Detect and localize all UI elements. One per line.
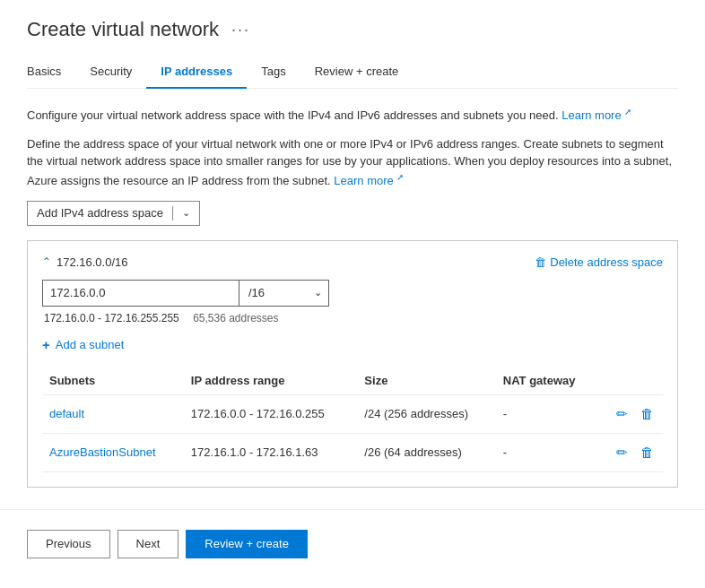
learn-more-link-2[interactable]: Learn more ➚ [334, 174, 404, 187]
subnet-size-1: /26 (64 addresses) [357, 433, 495, 471]
row-1-actions: ✏ 🗑 [605, 443, 656, 463]
tab-ip-addresses[interactable]: IP addresses [146, 57, 247, 89]
delete-subnet-1-button[interactable]: 🗑 [639, 443, 656, 462]
collapse-icon[interactable]: ⌃ [42, 255, 51, 268]
footer-divider [0, 509, 705, 510]
subnet-ip-range-1: 172.16.1.0 - 172.16.1.63 [184, 433, 358, 471]
table-row: default 172.16.0.0 - 172.16.0.255 /24 (2… [42, 394, 663, 433]
page-title: Create virtual network [27, 18, 219, 41]
tab-security[interactable]: Security [75, 57, 146, 89]
next-button[interactable]: Next [118, 530, 179, 558]
edit-subnet-0-button[interactable]: ✏ [614, 404, 630, 424]
previous-button[interactable]: Previous [27, 530, 110, 558]
tab-tags[interactable]: Tags [247, 57, 300, 89]
tab-review-create[interactable]: Review + create [300, 57, 413, 89]
trash-icon: 🗑 [535, 255, 546, 269]
chevron-down-icon: ⌄ [182, 207, 190, 219]
external-link-icon-2: ➚ [396, 172, 404, 182]
col-header-subnets: Subnets [42, 368, 184, 395]
address-input-row: /8/9/10/11 /12/13/14/15 /16/17/18/19/20 … [42, 280, 663, 307]
tabs-navigation: Basics Security IP addresses Tags Review… [27, 57, 678, 89]
subnet-table: Subnets IP address range Size NAT gatewa… [42, 368, 663, 472]
address-space-container: ⌃ 172.16.0.0/16 🗑 Delete address space /… [27, 240, 678, 488]
review-create-button[interactable]: Review + create [186, 530, 308, 558]
add-subnet-button[interactable]: + Add a subnet [42, 337, 124, 352]
address-space-header: ⌃ 172.16.0.0/16 🗑 Delete address space [42, 255, 663, 269]
edit-subnet-1-button[interactable]: ✏ [614, 443, 630, 463]
external-link-icon-1: ➚ [624, 107, 631, 117]
learn-more-link-1[interactable]: Learn more ➚ [561, 108, 631, 122]
subnet-link-default[interactable]: default [49, 407, 84, 420]
subnet-ip-range-0: 172.16.0.0 - 172.16.0.255 [184, 394, 358, 433]
col-header-size: Size [357, 368, 495, 395]
more-options-button[interactable]: ··· [228, 21, 254, 39]
description-line2: Define the address space of your virtual… [27, 135, 678, 190]
button-separator [172, 206, 173, 220]
prefix-select-wrap: /8/9/10/11 /12/13/14/15 /16/17/18/19/20 … [239, 280, 329, 307]
description-line1: Configure your virtual network address s… [27, 105, 678, 125]
address-range-text: 172.16.0.0 - 172.16.255.255 65,536 addre… [42, 312, 663, 324]
subnet-nat-1: - [496, 433, 597, 471]
footer-buttons: Previous Next Review + create [27, 524, 678, 558]
table-row: AzureBastionSubnet 172.16.1.0 - 172.16.1… [42, 433, 663, 471]
subnet-nat-0: - [496, 394, 597, 433]
ip-address-input[interactable] [42, 280, 239, 307]
row-0-actions: ✏ 🗑 [605, 404, 656, 424]
tab-basics[interactable]: Basics [27, 57, 75, 89]
col-header-nat: NAT gateway [496, 368, 597, 395]
add-ipv4-address-space-button[interactable]: Add IPv4 address space ⌄ [27, 201, 200, 226]
prefix-select[interactable]: /8/9/10/11 /12/13/14/15 /16/17/18/19/20 [239, 280, 329, 307]
subnet-size-0: /24 (256 addresses) [357, 394, 495, 433]
delete-subnet-0-button[interactable]: 🗑 [639, 404, 656, 423]
plus-icon: + [42, 337, 50, 352]
subnet-link-azurebastion[interactable]: AzureBastionSubnet [49, 445, 156, 459]
col-header-ip-range: IP address range [184, 368, 358, 395]
address-space-title: ⌃ 172.16.0.0/16 [42, 255, 128, 269]
delete-address-space-link[interactable]: 🗑 Delete address space [535, 255, 663, 269]
